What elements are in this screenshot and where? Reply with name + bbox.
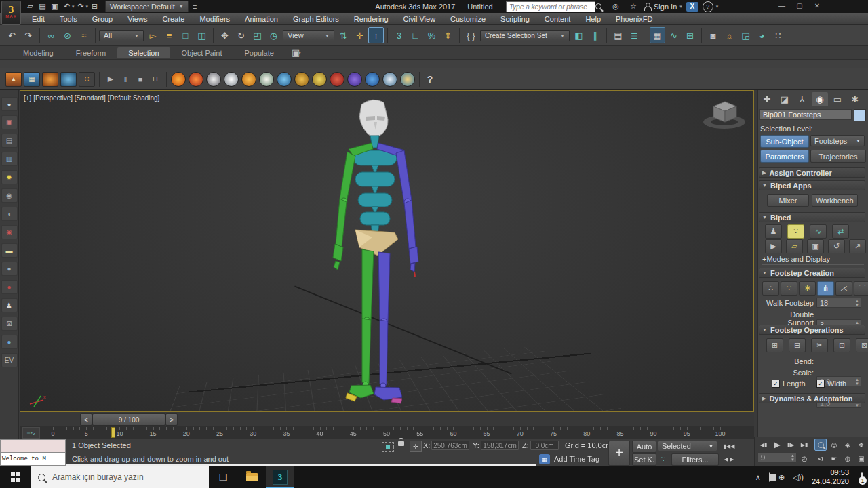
vray-physical-camera-icon[interactable]: ◉ — [1, 225, 18, 239]
rendered-frame-icon[interactable]: ◲ — [738, 27, 753, 43]
angle-snap-icon[interactable]: ∟ — [408, 27, 423, 43]
menu-graph-editors[interactable]: Graph Editors — [285, 15, 347, 23]
preset-candle-icon[interactable] — [241, 72, 256, 87]
workspace-menu-icon[interactable]: ≡ — [189, 1, 201, 12]
footstep-creation-rollout[interactable]: ▼ Footstep Creation — [759, 268, 865, 278]
close-button[interactable]: ✕ — [808, 0, 826, 12]
copy-footsteps-icon[interactable]: ⊡ — [833, 338, 850, 352]
create-selection-set-dropdown[interactable]: Create Selection Set ▼ — [480, 30, 570, 41]
preset-beer-icon[interactable] — [294, 72, 309, 87]
parameters-button[interactable]: Parameters — [760, 150, 809, 163]
create-multiple-footsteps-icon[interactable]: ✱ — [799, 281, 816, 296]
zoom-extents-icon[interactable]: ◈ — [842, 439, 854, 451]
length-checkbox[interactable]: ✓ — [772, 380, 780, 388]
schematic-view-icon[interactable]: ⊞ — [682, 27, 698, 43]
biped-rollout[interactable]: ▼ Biped — [759, 212, 865, 222]
add-time-tag-text[interactable]: Add Time Tag — [554, 455, 599, 463]
go-to-end-icon[interactable]: ▶▮ — [798, 439, 810, 451]
selection-filter-dropdown[interactable]: All ▼ — [99, 30, 144, 41]
menu-content[interactable]: Content — [537, 15, 578, 23]
help-dropdown-icon[interactable]: ▾ — [716, 4, 719, 9]
vray-framebuffer-icon[interactable]: ▣ — [1, 115, 18, 129]
volume-icon[interactable]: ◁)) — [793, 473, 804, 482]
biped-apps-rollout[interactable]: ▼ Biped Apps — [759, 180, 865, 190]
previous-frame-button[interactable]: < — [80, 413, 92, 426]
battery-icon[interactable] — [769, 473, 770, 481]
selection-lock-icon[interactable] — [398, 441, 404, 446]
spinner-arrows-icon[interactable]: ▲▼ — [791, 453, 795, 462]
communication-center-icon[interactable]: ◎ — [609, 2, 623, 11]
menu-civil-view[interactable]: Civil View — [396, 15, 443, 23]
open-file-icon[interactable]: ▤ — [37, 1, 48, 12]
create-keys-inactive-icon[interactable]: ⊞ — [766, 338, 783, 352]
keyboard-override-icon[interactable]: ↑ — [368, 27, 384, 43]
maximize-viewport-icon[interactable]: ▣ — [855, 452, 867, 464]
menu-edit[interactable]: Edit — [24, 15, 52, 23]
preset-ocean-icon[interactable] — [365, 72, 380, 87]
menu-views[interactable]: Views — [120, 15, 155, 23]
vray-plane-icon[interactable]: ▬ — [1, 243, 18, 258]
select-move-icon[interactable]: ✥ — [217, 27, 233, 43]
unlink-icon[interactable]: ⊘ — [60, 27, 75, 43]
taskbar-search-input[interactable] — [51, 472, 189, 483]
snaps-toggle-icon[interactable]: 3 — [391, 27, 407, 43]
curve-editor-icon[interactable]: ∿ — [666, 27, 682, 43]
select-object-icon[interactable]: ▻ — [145, 27, 161, 43]
project-folder-icon[interactable]: ⊟ — [89, 1, 100, 12]
orbit-icon[interactable]: ◍ — [842, 452, 854, 464]
ribbon-toggle-icon[interactable]: ▦ — [650, 27, 665, 43]
vray-light-lister-icon[interactable]: ✹ — [1, 170, 18, 184]
environment-sphere-icon[interactable]: ● — [1, 335, 18, 349]
redo-icon[interactable]: ↷ — [20, 27, 36, 43]
jump-icon[interactable]: ⌒ — [854, 281, 868, 296]
named-selection-sets-icon[interactable]: { } — [463, 27, 479, 43]
next-frame-button[interactable]: > — [165, 413, 178, 426]
mixer-button[interactable]: Mixer — [767, 194, 809, 207]
paste-footsteps-icon[interactable]: ⊠ — [856, 338, 868, 352]
menu-rendering[interactable]: Rendering — [347, 15, 396, 23]
mini-curve-editor-icon[interactable]: ≡∿ — [22, 427, 40, 439]
load-file-icon[interactable]: ▱ — [786, 239, 803, 253]
render-setup-icon[interactable]: ☼ — [722, 27, 737, 43]
mirror-icon[interactable]: ◧ — [571, 27, 587, 43]
vray-dome-camera-icon[interactable]: ◖ — [1, 207, 18, 221]
y-coordinate-field[interactable]: 158,317cm — [481, 441, 519, 450]
select-rotate-icon[interactable]: ↻ — [233, 27, 249, 43]
mixer-mode-icon[interactable]: ⇄ — [832, 224, 849, 239]
preset-paint-icon[interactable] — [347, 72, 362, 87]
footstep-operations-rollout[interactable]: ▼ Footstep Operations — [759, 325, 865, 335]
preset-beach-icon[interactable] — [400, 72, 415, 87]
exchange-store-icon[interactable]: X — [686, 2, 698, 12]
run-icon[interactable]: ⋌ — [835, 281, 852, 296]
set-keys-button[interactable]: + — [608, 441, 630, 466]
key-filters-icon[interactable]: ∵ — [658, 453, 669, 464]
menu-help[interactable]: Help — [578, 15, 608, 23]
maximize-button[interactable]: ▢ — [791, 0, 808, 12]
sign-in-button[interactable]: Sign In — [654, 3, 677, 11]
phoenix-fire-sim-icon[interactable]: ▲ — [5, 72, 22, 87]
preset-clouds-icon[interactable] — [259, 72, 274, 87]
render-production-icon[interactable]: ◕ — [754, 27, 770, 43]
modify-tab-icon[interactable]: ◪ — [776, 92, 793, 106]
vray-log-icon[interactable]: ▤ — [1, 134, 18, 148]
vray-settings-icon[interactable]: ▥ — [1, 152, 18, 166]
z-coordinate-field[interactable]: 0,0cm — [530, 441, 559, 450]
undo-dropdown-icon[interactable]: ▾ — [72, 4, 75, 9]
isolate-selection-icon[interactable] — [382, 442, 394, 452]
preset-steam-icon[interactable] — [224, 72, 239, 87]
undo-icon[interactable]: ↶ — [4, 27, 20, 43]
zoom-extents-all-icon[interactable]: ❖ — [855, 439, 867, 451]
current-frame-marker[interactable] — [111, 427, 115, 438]
workspace-dropdown[interactable]: Workspace: Default ▼ — [105, 1, 189, 12]
phoenix-water-preview-icon[interactable] — [60, 72, 77, 87]
align-icon[interactable]: ∥ — [587, 27, 603, 43]
menu-group[interactable]: Group — [85, 15, 121, 23]
time-configuration-icon[interactable]: ◴ — [798, 452, 810, 464]
delete-footsteps-icon[interactable]: ✂ — [811, 338, 828, 352]
selected-key-dropdown[interactable]: Selected ▼ — [658, 441, 717, 451]
phoenix-water-sim-icon[interactable]: ▦ — [24, 72, 40, 87]
undo-icon[interactable]: ↶ — [61, 1, 73, 12]
phoenix-fire-preview-icon[interactable] — [42, 72, 58, 87]
time-tag-cube-icon[interactable]: ▦ — [539, 454, 550, 464]
spinner-snap-icon[interactable]: ⇕ — [440, 27, 456, 43]
